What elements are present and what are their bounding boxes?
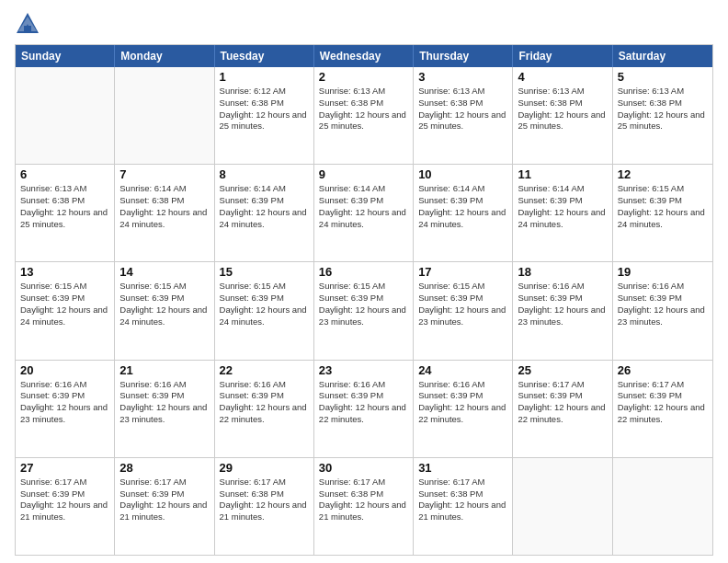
- day-number: 22: [220, 363, 309, 377]
- day-number: 1: [220, 70, 309, 84]
- day-info: Sunrise: 6:13 AM Sunset: 6:38 PM Dayligh…: [518, 86, 607, 132]
- calendar: SundayMondayTuesdayWednesdayThursdayFrid…: [15, 44, 713, 556]
- day-number: 14: [119, 265, 209, 279]
- day-info: Sunrise: 6:16 AM Sunset: 6:39 PM Dayligh…: [119, 379, 209, 426]
- day-number: 29: [220, 461, 309, 475]
- calendar-header: SundayMondayTuesdayWednesdayThursdayFrid…: [16, 45, 712, 67]
- day-number: 24: [418, 363, 507, 377]
- day-info: Sunrise: 6:15 AM Sunset: 6:39 PM Dayligh…: [20, 281, 109, 327]
- day-info: Sunrise: 6:15 AM Sunset: 6:39 PM Dayligh…: [319, 281, 408, 327]
- day-number: 23: [319, 363, 408, 377]
- day-cell-12: 12Sunrise: 6:15 AM Sunset: 6:39 PM Dayli…: [613, 165, 712, 261]
- day-number: 7: [119, 167, 209, 181]
- week-row-2: 6Sunrise: 6:13 AM Sunset: 6:38 PM Daylig…: [16, 165, 712, 262]
- day-number: 27: [20, 461, 109, 475]
- day-cell-31: 31Sunrise: 6:17 AM Sunset: 6:38 PM Dayli…: [414, 458, 513, 555]
- day-cell-4: 4Sunrise: 6:13 AM Sunset: 6:38 PM Daylig…: [513, 67, 612, 164]
- day-cell-28: 28Sunrise: 6:17 AM Sunset: 6:39 PM Dayli…: [115, 458, 214, 555]
- day-number: 5: [618, 70, 708, 84]
- day-info: Sunrise: 6:15 AM Sunset: 6:39 PM Dayligh…: [418, 281, 507, 327]
- day-number: 10: [418, 167, 507, 181]
- day-number: 25: [518, 363, 607, 377]
- day-info: Sunrise: 6:15 AM Sunset: 6:39 PM Dayligh…: [618, 183, 708, 230]
- day-cell-18: 18Sunrise: 6:16 AM Sunset: 6:39 PM Dayli…: [513, 262, 612, 359]
- day-cell-30: 30Sunrise: 6:17 AM Sunset: 6:38 PM Dayli…: [314, 458, 414, 555]
- day-number: 28: [119, 461, 209, 475]
- header: [15, 11, 713, 37]
- header-day-wednesday: Wednesday: [314, 45, 414, 67]
- day-info: Sunrise: 6:16 AM Sunset: 6:39 PM Dayligh…: [518, 281, 607, 327]
- day-info: Sunrise: 6:14 AM Sunset: 6:38 PM Dayligh…: [119, 183, 209, 230]
- day-cell-6: 6Sunrise: 6:13 AM Sunset: 6:38 PM Daylig…: [16, 165, 115, 261]
- empty-cell: [16, 67, 115, 164]
- day-info: Sunrise: 6:16 AM Sunset: 6:39 PM Dayligh…: [319, 379, 408, 426]
- day-number: 12: [618, 167, 708, 181]
- day-info: Sunrise: 6:16 AM Sunset: 6:39 PM Dayligh…: [618, 281, 708, 327]
- day-cell-21: 21Sunrise: 6:16 AM Sunset: 6:39 PM Dayli…: [115, 361, 214, 457]
- day-cell-5: 5Sunrise: 6:13 AM Sunset: 6:38 PM Daylig…: [613, 67, 712, 164]
- day-number: 2: [319, 70, 408, 84]
- day-cell-22: 22Sunrise: 6:16 AM Sunset: 6:39 PM Dayli…: [215, 361, 314, 457]
- day-number: 11: [518, 167, 607, 181]
- day-number: 8: [220, 167, 309, 181]
- day-info: Sunrise: 6:16 AM Sunset: 6:39 PM Dayligh…: [220, 379, 309, 426]
- day-cell-23: 23Sunrise: 6:16 AM Sunset: 6:39 PM Dayli…: [314, 361, 414, 457]
- svg-rect-2: [24, 26, 31, 31]
- day-cell-8: 8Sunrise: 6:14 AM Sunset: 6:39 PM Daylig…: [215, 165, 314, 261]
- day-cell-10: 10Sunrise: 6:14 AM Sunset: 6:39 PM Dayli…: [414, 165, 513, 261]
- day-cell-25: 25Sunrise: 6:17 AM Sunset: 6:39 PM Dayli…: [513, 361, 612, 457]
- day-number: 18: [518, 265, 607, 279]
- page: SundayMondayTuesdayWednesdayThursdayFrid…: [0, 0, 728, 563]
- day-info: Sunrise: 6:17 AM Sunset: 6:38 PM Dayligh…: [418, 477, 507, 523]
- day-cell-26: 26Sunrise: 6:17 AM Sunset: 6:39 PM Dayli…: [613, 361, 712, 457]
- day-number: 15: [220, 265, 309, 279]
- empty-cell: [513, 458, 612, 555]
- day-cell-3: 3Sunrise: 6:13 AM Sunset: 6:38 PM Daylig…: [414, 67, 513, 164]
- day-info: Sunrise: 6:16 AM Sunset: 6:39 PM Dayligh…: [418, 379, 507, 426]
- calendar-body: 1Sunrise: 6:12 AM Sunset: 6:38 PM Daylig…: [16, 67, 712, 555]
- day-number: 17: [418, 265, 507, 279]
- day-info: Sunrise: 6:15 AM Sunset: 6:39 PM Dayligh…: [119, 281, 209, 327]
- day-info: Sunrise: 6:17 AM Sunset: 6:38 PM Dayligh…: [319, 477, 408, 523]
- day-info: Sunrise: 6:17 AM Sunset: 6:39 PM Dayligh…: [518, 379, 607, 426]
- header-day-thursday: Thursday: [414, 45, 513, 67]
- week-row-1: 1Sunrise: 6:12 AM Sunset: 6:38 PM Daylig…: [16, 67, 712, 165]
- logo: [15, 11, 44, 37]
- day-info: Sunrise: 6:14 AM Sunset: 6:39 PM Dayligh…: [518, 183, 607, 230]
- day-number: 20: [20, 363, 109, 377]
- day-cell-16: 16Sunrise: 6:15 AM Sunset: 6:39 PM Dayli…: [314, 262, 414, 359]
- empty-cell: [613, 458, 712, 555]
- day-cell-20: 20Sunrise: 6:16 AM Sunset: 6:39 PM Dayli…: [16, 361, 115, 457]
- day-info: Sunrise: 6:12 AM Sunset: 6:38 PM Dayligh…: [220, 86, 309, 132]
- day-cell-29: 29Sunrise: 6:17 AM Sunset: 6:38 PM Dayli…: [215, 458, 314, 555]
- day-cell-14: 14Sunrise: 6:15 AM Sunset: 6:39 PM Dayli…: [115, 262, 214, 359]
- day-number: 26: [618, 363, 708, 377]
- day-cell-15: 15Sunrise: 6:15 AM Sunset: 6:39 PM Dayli…: [215, 262, 314, 359]
- logo-icon: [15, 11, 40, 37]
- day-cell-1: 1Sunrise: 6:12 AM Sunset: 6:38 PM Daylig…: [215, 67, 314, 164]
- day-info: Sunrise: 6:17 AM Sunset: 6:39 PM Dayligh…: [20, 477, 109, 523]
- day-info: Sunrise: 6:14 AM Sunset: 6:39 PM Dayligh…: [220, 183, 309, 230]
- day-info: Sunrise: 6:16 AM Sunset: 6:39 PM Dayligh…: [20, 379, 109, 426]
- day-number: 19: [618, 265, 708, 279]
- day-number: 9: [319, 167, 408, 181]
- day-cell-24: 24Sunrise: 6:16 AM Sunset: 6:39 PM Dayli…: [414, 361, 513, 457]
- day-cell-7: 7Sunrise: 6:14 AM Sunset: 6:38 PM Daylig…: [115, 165, 214, 261]
- week-row-3: 13Sunrise: 6:15 AM Sunset: 6:39 PM Dayli…: [16, 262, 712, 360]
- day-cell-2: 2Sunrise: 6:13 AM Sunset: 6:38 PM Daylig…: [314, 67, 414, 164]
- header-day-tuesday: Tuesday: [215, 45, 314, 67]
- day-number: 21: [119, 363, 209, 377]
- day-info: Sunrise: 6:13 AM Sunset: 6:38 PM Dayligh…: [618, 86, 708, 132]
- day-info: Sunrise: 6:17 AM Sunset: 6:39 PM Dayligh…: [618, 379, 708, 426]
- empty-cell: [115, 67, 214, 164]
- day-cell-11: 11Sunrise: 6:14 AM Sunset: 6:39 PM Dayli…: [513, 165, 612, 261]
- day-cell-9: 9Sunrise: 6:14 AM Sunset: 6:39 PM Daylig…: [314, 165, 414, 261]
- day-info: Sunrise: 6:17 AM Sunset: 6:38 PM Dayligh…: [220, 477, 309, 523]
- day-number: 4: [518, 70, 607, 84]
- week-row-5: 27Sunrise: 6:17 AM Sunset: 6:39 PM Dayli…: [16, 458, 712, 555]
- header-day-saturday: Saturday: [613, 45, 712, 67]
- day-info: Sunrise: 6:13 AM Sunset: 6:38 PM Dayligh…: [319, 86, 408, 132]
- day-number: 16: [319, 265, 408, 279]
- day-info: Sunrise: 6:17 AM Sunset: 6:39 PM Dayligh…: [119, 477, 209, 523]
- week-row-4: 20Sunrise: 6:16 AM Sunset: 6:39 PM Dayli…: [16, 361, 712, 458]
